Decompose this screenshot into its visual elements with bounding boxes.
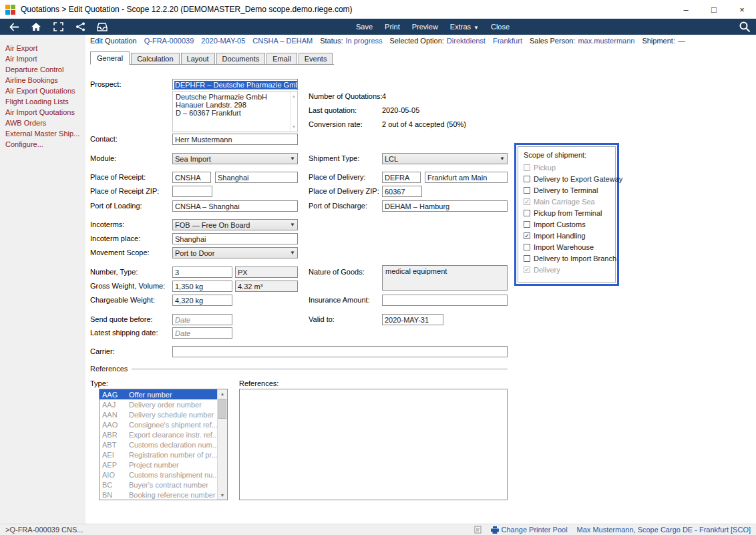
chargeable-weight-field[interactable]: 4,320 kg xyxy=(172,295,232,306)
sales-person-value[interactable]: max.mustermann xyxy=(578,37,634,45)
reference-type-row-aag[interactable]: AAGOffer number xyxy=(100,389,217,399)
place-of-delivery-code-field[interactable]: DEFRA xyxy=(382,172,421,183)
module-select[interactable]: Sea Import▼ xyxy=(172,153,298,164)
place-of-delivery-name-field[interactable]: Frankfurt am Main xyxy=(425,172,508,183)
shipment-type-value: LCL xyxy=(385,155,398,163)
sidebar-item-air-import-quotations[interactable]: Air Import Quotations xyxy=(0,107,85,118)
reference-type-row-abt[interactable]: ABTCustoms declaration num... xyxy=(100,439,217,450)
sidebar-item-external-master-ship[interactable]: External Master Ship... xyxy=(0,128,85,139)
scrollbar-thumb[interactable] xyxy=(218,399,226,419)
scope-checkbox-pickup-from-terminal[interactable]: Pickup from Terminal xyxy=(524,207,610,218)
reference-type-row-aao[interactable]: AAOConsignee's shipment ref... xyxy=(100,419,217,429)
latest-shipping-date-field[interactable]: Date xyxy=(172,327,232,339)
number-of-quotations-value[interactable]: 4 xyxy=(382,92,386,100)
save-button[interactable]: Save xyxy=(353,23,376,31)
scroll-down-icon[interactable]: ▼ xyxy=(292,123,296,131)
volume-field[interactable]: 4.32 m³ xyxy=(235,281,298,292)
change-printer-pool-link[interactable]: Change Printer Pool xyxy=(491,526,568,534)
insurance-amount-field[interactable] xyxy=(382,295,508,306)
current-user[interactable]: Max Mustermann, Scope Cargo DE - Frankfu… xyxy=(577,526,751,534)
reference-type-row-aio[interactable]: AIOCustoms transhipment nu... xyxy=(100,470,217,480)
extras-button[interactable]: Extras▼ xyxy=(447,23,482,31)
scope-checkbox-import-handling[interactable]: ✓Import Handling xyxy=(524,230,610,241)
place-of-receipt-zip-field[interactable] xyxy=(172,186,212,197)
search-icon[interactable] xyxy=(739,21,751,34)
reference-type-row-aei[interactable]: AEIRegistration number of pr... xyxy=(100,450,217,460)
maximize-button[interactable]: □ xyxy=(700,0,728,19)
quotation-number-link[interactable]: Q-FRA-000039 xyxy=(144,37,194,45)
tab-layout[interactable]: Layout xyxy=(181,53,215,64)
reference-type-list[interactable]: AAGOffer numberAAJDelivery order numberA… xyxy=(99,389,228,500)
reference-type-label: Delivery order number xyxy=(129,401,202,409)
scope-checkbox-import-warehouse[interactable]: Import Warehouse xyxy=(524,241,610,252)
home-icon[interactable] xyxy=(30,21,42,32)
carrier-field[interactable] xyxy=(172,346,508,357)
checkbox-label: Import Warehouse xyxy=(534,243,594,251)
reference-type-row-aep[interactable]: AEPProject number xyxy=(100,460,217,470)
sidebar-item-airline-bookings[interactable]: Airline Bookings xyxy=(0,75,85,85)
package-type-field[interactable]: PX xyxy=(235,266,298,278)
place-of-delivery-zip-field[interactable]: 60367 xyxy=(382,186,422,197)
reference-type-row-aan[interactable]: AANDelivery schedule number xyxy=(100,409,217,419)
number-field[interactable]: 3 xyxy=(172,266,232,278)
tab-email[interactable]: Email xyxy=(266,53,297,64)
incoterm-place-field[interactable]: Shanghai xyxy=(172,233,298,244)
place-of-receipt-code-field[interactable]: CNSHA xyxy=(172,172,211,183)
reference-type-row-aaj[interactable]: AAJDelivery order number xyxy=(100,399,217,409)
scroll-up-icon[interactable]: ▲ xyxy=(292,92,296,100)
valid-to-field[interactable]: 2020-MAY-31 xyxy=(382,314,443,325)
tab-events[interactable]: Events xyxy=(299,53,333,64)
nature-of-goods-field[interactable]: medical equipment xyxy=(382,265,508,291)
port-of-loading-field[interactable]: CNSHA – Shanghai xyxy=(172,200,298,212)
quotation-date-link[interactable]: 2020-MAY-05 xyxy=(201,37,245,45)
movement-scope-select[interactable]: Port to Door▼ xyxy=(172,247,298,258)
scope-checkbox-delivery-to-terminal[interactable]: Delivery to Terminal xyxy=(524,184,610,196)
print-button[interactable]: Print xyxy=(381,23,403,31)
status-context[interactable]: >Q-FRA-000039 CNS... xyxy=(5,526,83,534)
sidebar-item-air-export-quotations[interactable]: Air Export Quotations xyxy=(0,85,85,96)
selected-option-value[interactable]: Direktdienst xyxy=(447,37,486,45)
branch-link[interactable]: Frankfurt xyxy=(493,37,522,45)
fullscreen-icon[interactable] xyxy=(52,21,64,32)
close-button[interactable]: Close xyxy=(488,23,513,31)
reference-type-row-bc[interactable]: BCBuyer's contract number xyxy=(100,480,217,490)
back-icon[interactable] xyxy=(8,21,20,32)
sidebar-item-configure[interactable]: Configure... xyxy=(0,139,85,150)
notes-icon[interactable] xyxy=(474,526,482,534)
sidebar-item-air-import[interactable]: Air Import xyxy=(0,53,85,64)
share-icon[interactable] xyxy=(74,21,86,32)
reference-type-row-abr[interactable]: ABRExport clearance instr. ref... xyxy=(100,429,217,439)
port-of-discharge-field[interactable]: DEHAM – Hamburg xyxy=(382,200,508,212)
sidebar-item-air-export[interactable]: Air Export xyxy=(0,43,85,53)
preview-button[interactable]: Preview xyxy=(409,23,441,31)
tab-documents[interactable]: Documents xyxy=(216,53,266,64)
scroll-up-icon[interactable]: ▲ xyxy=(218,389,227,398)
checkbox-label: Delivery to Export Gateway xyxy=(534,175,622,183)
incoterms-select[interactable]: FOB — Free On Board▼ xyxy=(172,219,298,230)
scope-checkbox-delivery-to-export-gateway[interactable]: Delivery to Export Gateway xyxy=(524,173,610,184)
sidebar-item-awb-orders[interactable]: AWB Orders xyxy=(0,118,85,128)
combo-arrow-icon: ▼ xyxy=(497,156,505,162)
contact-field[interactable]: Herr Mustermann xyxy=(172,134,298,145)
reference-list-scrollbar[interactable]: ▲ ▼ xyxy=(217,389,227,500)
route-link[interactable]: CNSHA – DEHAM xyxy=(252,37,313,45)
shipment-type-select[interactable]: LCL▼ xyxy=(382,153,508,164)
scope-checkbox-delivery-to-import-branch[interactable]: Delivery to Import Branch xyxy=(524,252,610,264)
sidebar-item-flight-loading-lists[interactable]: Flight Loading Lists xyxy=(0,96,85,107)
scope-checkbox-import-customs[interactable]: Import Customs xyxy=(524,218,610,230)
place-of-receipt-name-field[interactable]: Shanghai xyxy=(215,172,298,183)
reference-type-row-bn[interactable]: BNBooking reference number xyxy=(100,490,217,500)
sidebar-item-departure-control[interactable]: Departure Control xyxy=(0,64,85,75)
inbox-icon[interactable] xyxy=(96,21,108,32)
tab-calculation[interactable]: Calculation xyxy=(131,53,179,64)
scroll-down-icon[interactable]: ▼ xyxy=(218,491,227,500)
prospect-combo[interactable]: DEPHFR – Deutsche Pharmazie GmbH ▼ xyxy=(172,79,298,90)
references-textarea[interactable] xyxy=(239,389,508,500)
minimize-button[interactable]: – xyxy=(672,0,700,19)
close-window-button[interactable]: × xyxy=(728,0,756,19)
send-quote-before-field[interactable]: Date xyxy=(172,314,232,325)
address-scrollbar[interactable]: ▲▼ xyxy=(290,92,297,132)
gross-weight-field[interactable]: 1,350 kg xyxy=(172,281,232,292)
status-value[interactable]: In progress xyxy=(345,37,382,45)
tab-general[interactable]: General xyxy=(90,51,130,65)
